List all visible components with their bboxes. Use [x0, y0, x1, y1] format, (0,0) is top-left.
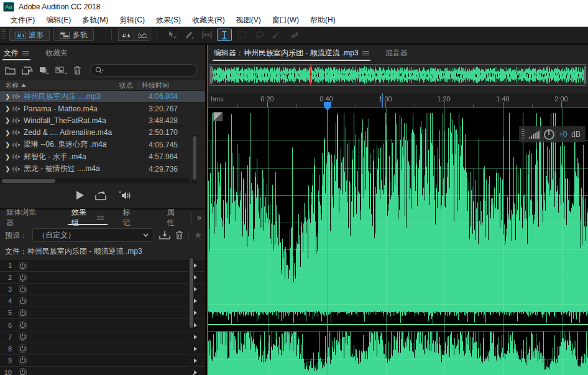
tab-editor[interactable]: 编辑器：神州民族室内乐团 - 顺流逆流 .mp3	[210, 45, 373, 61]
file-row[interactable]: ❯黑龙 - 被情伤过 ....m4a4:29.736	[0, 163, 205, 175]
menu-help[interactable]: 帮助(H)	[305, 14, 341, 27]
delete-preset-icon[interactable]	[175, 231, 183, 239]
slot-arrow-icon[interactable]	[184, 286, 205, 292]
hud-grip[interactable]	[521, 129, 525, 139]
search-input[interactable]	[90, 64, 197, 76]
effect-slot[interactable]: 9	[0, 355, 205, 367]
power-icon[interactable]	[15, 368, 30, 375]
file-list-hscrollbar[interactable]	[0, 178, 190, 183]
open-file-icon[interactable]	[5, 67, 16, 75]
column-status[interactable]: 状态	[116, 81, 138, 90]
paintbrush-tool-button[interactable]	[269, 29, 284, 41]
slot-empty-area[interactable]	[30, 355, 184, 366]
effect-slot[interactable]: 3	[0, 284, 205, 295]
gain-hud[interactable]: +0 dB	[519, 126, 586, 142]
tab-mixer[interactable]: 混音器	[382, 45, 411, 61]
effect-slot[interactable]: 10	[0, 367, 205, 375]
tab-files[interactable]: 文件	[0, 45, 33, 61]
effect-slot[interactable]: 4	[0, 295, 205, 307]
file-row[interactable]: ❯Windfall_TheFatRat.m4a3:48.428	[0, 115, 205, 127]
slot-arrow-icon[interactable]	[184, 369, 205, 375]
menu-clip[interactable]: 剪辑(C)	[114, 14, 150, 27]
power-icon[interactable]	[15, 356, 30, 364]
import-file-icon[interactable]	[22, 67, 33, 75]
overview-left-handle[interactable]	[210, 66, 213, 84]
expand-chevron-icon[interactable]: ❯	[0, 105, 11, 112]
power-icon[interactable]	[15, 333, 30, 341]
time-ruler[interactable]: hms 0:20 0:40 1:00 1:20 1:40 2:00	[208, 93, 588, 108]
file-row[interactable]: ❯Zedd & .... Adrenaline.m4a2:50.170	[0, 127, 205, 139]
slot-arrow-icon[interactable]	[184, 322, 205, 328]
toolbar-grip[interactable]	[1, 29, 6, 40]
tab-favorites[interactable]: 收藏夹	[42, 45, 71, 61]
trash-icon[interactable]	[73, 66, 81, 75]
tab-effects-rack[interactable]: 效果组	[65, 210, 110, 226]
time-selection-tool-button[interactable]	[217, 29, 232, 41]
slot-empty-area[interactable]	[30, 367, 184, 375]
spectral-view-button[interactable]	[134, 29, 150, 41]
effect-slot[interactable]: 1	[0, 260, 205, 272]
expand-chevron-icon[interactable]: ❯	[0, 165, 11, 172]
spot-healing-brush-tool-button[interactable]	[287, 29, 301, 41]
expand-chevron-icon[interactable]: ❯	[0, 93, 11, 100]
insert-into-multitrack-icon[interactable]	[55, 67, 67, 75]
autoplay-button[interactable]	[118, 191, 131, 200]
column-duration[interactable]: 持续时间	[138, 81, 205, 90]
overview-waveform[interactable]	[209, 65, 587, 85]
file-list-vscrollbar[interactable]	[192, 135, 197, 183]
slot-empty-area[interactable]	[30, 331, 184, 343]
power-icon[interactable]	[15, 297, 30, 305]
expand-chevron-icon[interactable]: ❯	[0, 117, 11, 124]
effect-slot[interactable]: 7	[0, 331, 205, 343]
expand-chevron-icon[interactable]: ❯	[0, 154, 11, 160]
file-row[interactable]: ❯神州民族室内乐 ....mp34:06.804	[0, 91, 205, 103]
file-row[interactable]: ❯梁琳 --06. 鬼迷心窍 .m4a4:05.745	[0, 139, 205, 151]
effect-slot[interactable]: 8	[0, 343, 205, 355]
menu-effects[interactable]: 效果(S)	[150, 14, 186, 27]
file-row[interactable]: ❯郑智化 - 水手 .m4a4:57.964	[0, 151, 205, 163]
slot-empty-area[interactable]	[30, 272, 184, 283]
marker-line[interactable]	[382, 93, 383, 107]
menu-edit[interactable]: 编辑(E)	[40, 14, 76, 27]
slot-empty-area[interactable]	[30, 307, 184, 318]
gain-value[interactable]: +0	[559, 130, 567, 139]
panel-menu-icon[interactable]	[22, 51, 29, 55]
slot-arrow-icon[interactable]	[184, 298, 205, 304]
slot-arrow-icon[interactable]	[184, 346, 205, 352]
new-file-icon[interactable]	[39, 67, 49, 75]
menu-view[interactable]: 视图(V)	[231, 14, 267, 27]
loop-playback-button[interactable]	[95, 191, 107, 200]
razor-tool-button[interactable]	[182, 29, 197, 41]
marquee-selection-tool-button[interactable]	[234, 29, 249, 41]
save-preset-icon[interactable]	[159, 231, 170, 239]
waveform-mode-button[interactable]: 波形	[9, 29, 50, 41]
slip-tool-button[interactable]	[200, 29, 214, 41]
expand-chevron-icon[interactable]: ❯	[0, 129, 11, 136]
slot-empty-area[interactable]	[30, 343, 184, 354]
tab-properties[interactable]: 属性	[161, 210, 188, 226]
waveform-display[interactable]: +0 dB	[208, 108, 588, 375]
waveform-canvas[interactable]	[208, 108, 588, 375]
preset-dropdown[interactable]: （自定义）	[32, 228, 154, 242]
slot-empty-area[interactable]	[30, 319, 184, 330]
playhead-caret[interactable]	[324, 102, 331, 111]
menu-window[interactable]: 窗口(W)	[267, 14, 305, 27]
panel-menu-icon[interactable]	[97, 216, 104, 220]
fade-in-handle[interactable]	[213, 112, 223, 121]
overview-right-handle[interactable]	[584, 66, 586, 84]
tab-media-browser[interactable]: 媒体浏览器	[0, 210, 49, 226]
power-icon[interactable]	[15, 321, 30, 329]
effects-vscrollbar[interactable]	[189, 257, 194, 374]
effect-slot[interactable]: 6	[0, 319, 205, 331]
slot-arrow-icon[interactable]	[184, 274, 205, 280]
slot-arrow-icon[interactable]	[184, 358, 205, 364]
effect-slot[interactable]: 2	[0, 272, 205, 284]
waveform-view-button[interactable]	[118, 29, 134, 41]
menu-file[interactable]: 文件(F)	[5, 14, 40, 27]
power-icon[interactable]	[15, 345, 30, 353]
slot-arrow-icon[interactable]	[184, 262, 205, 269]
multitrack-mode-button[interactable]: 多轨	[53, 29, 94, 41]
slot-empty-area[interactable]	[30, 295, 184, 307]
file-row[interactable]: ❯Panama - Matteo.m4a3:20.767	[0, 103, 205, 114]
gain-knob[interactable]	[544, 129, 554, 140]
